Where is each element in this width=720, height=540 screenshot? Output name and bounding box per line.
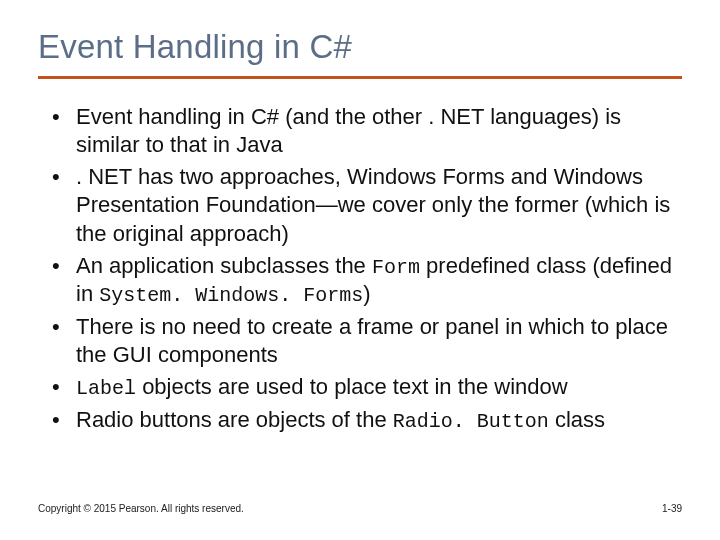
bullet-text: class: [549, 407, 605, 432]
code-text: Label: [76, 377, 136, 400]
list-item: There is no need to create a frame or pa…: [48, 313, 682, 369]
list-item: . NET has two approaches, Windows Forms …: [48, 163, 682, 247]
bullet-text: Event handling in C# (and the other . NE…: [76, 104, 621, 157]
code-text: System. Windows. Forms: [99, 284, 363, 307]
bullet-text: Radio buttons are objects of the: [76, 407, 393, 432]
code-text: Radio. Button: [393, 410, 549, 433]
slide: Event Handling in C# Event handling in C…: [0, 0, 720, 540]
list-item: Radio buttons are objects of the Radio. …: [48, 406, 682, 435]
bullet-text: . NET has two approaches, Windows Forms …: [76, 164, 670, 245]
title-rule: [38, 76, 682, 79]
bullet-text: ): [363, 281, 370, 306]
bullet-text: objects are used to place text in the wi…: [136, 374, 568, 399]
code-text: Form: [372, 256, 420, 279]
bullet-list: Event handling in C# (and the other . NE…: [48, 103, 682, 434]
list-item: Label objects are used to place text in …: [48, 373, 682, 402]
page-number: 1-39: [662, 503, 682, 514]
bullet-text: An application subclasses the: [76, 253, 372, 278]
list-item: An application subclasses the Form prede…: [48, 252, 682, 309]
copyright-footer: Copyright © 2015 Pearson. All rights res…: [38, 503, 244, 514]
slide-title: Event Handling in C#: [38, 28, 682, 66]
list-item: Event handling in C# (and the other . NE…: [48, 103, 682, 159]
bullet-text: There is no need to create a frame or pa…: [76, 314, 668, 367]
